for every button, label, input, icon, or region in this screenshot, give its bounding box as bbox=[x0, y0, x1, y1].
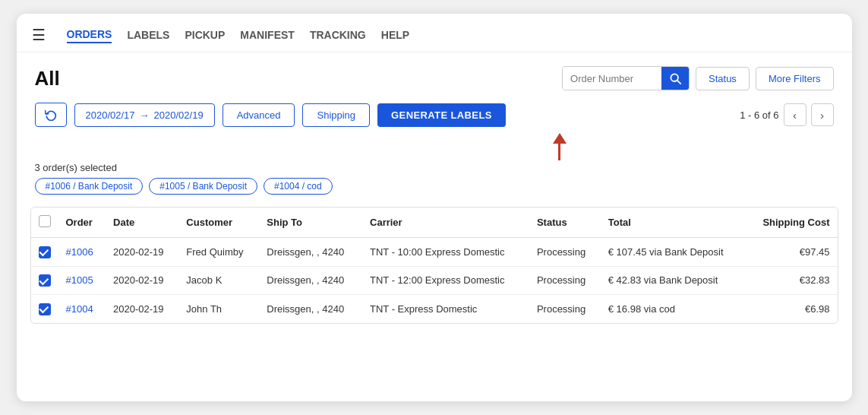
date-range-button[interactable]: 2020/02/17 → 2020/02/19 bbox=[74, 103, 215, 127]
chip-1006[interactable]: #1006 / Bank Deposit bbox=[35, 178, 144, 195]
table-row: #1006 2020-02-19 Fred Quimby Dreissgen, … bbox=[31, 238, 838, 267]
nav-manifest[interactable]: MANIFEST bbox=[240, 27, 295, 43]
row2-checkbox-cell bbox=[31, 266, 58, 295]
row2-checkbox[interactable] bbox=[39, 274, 51, 287]
col-customer: Customer bbox=[178, 208, 259, 238]
advanced-button[interactable]: Advanced bbox=[223, 103, 295, 127]
pagination-text: 1 - 6 of 6 bbox=[740, 109, 778, 121]
chip-1005[interactable]: #1005 / Bank Deposit bbox=[149, 178, 257, 195]
row2-order-link[interactable]: #1005 bbox=[66, 274, 93, 286]
row1-checkbox-cell bbox=[31, 238, 58, 267]
chips-row: #1006 / Bank Deposit #1005 / Bank Deposi… bbox=[35, 178, 834, 195]
col-date: Date bbox=[106, 208, 178, 238]
col-shipping-cost: Shipping Cost bbox=[746, 208, 837, 238]
row1-order-link[interactable]: #1006 bbox=[66, 246, 93, 258]
page-header: All Status More Filters bbox=[17, 52, 852, 98]
row3-status: Processing bbox=[529, 295, 601, 323]
row1-checkbox[interactable] bbox=[39, 246, 51, 258]
col-order: Order bbox=[58, 208, 106, 238]
date-arrow-icon: → bbox=[140, 109, 150, 121]
row1-status: Processing bbox=[529, 238, 601, 267]
row1-date: 2020-02-19 bbox=[106, 238, 178, 267]
selected-count-label: 3 order(s) selected bbox=[35, 162, 834, 173]
refresh-button[interactable] bbox=[35, 103, 67, 127]
main-card: ☰ ORDERS LABELS PICKUP MANIFEST TRACKING… bbox=[17, 14, 852, 401]
row2-customer: Jacob K bbox=[178, 266, 259, 295]
prev-page-button[interactable]: ‹ bbox=[784, 103, 806, 126]
row3-customer: John Th bbox=[178, 295, 259, 323]
arrow-shaft bbox=[558, 144, 560, 160]
row3-order: #1004 bbox=[58, 295, 106, 323]
row2-order: #1005 bbox=[58, 266, 106, 295]
toolbar-row: 2020/02/17 → 2020/02/19 Advanced Shippin… bbox=[17, 98, 852, 133]
header-checkbox-cell bbox=[31, 208, 58, 238]
order-number-input-wrap bbox=[562, 66, 690, 90]
table-row: #1005 2020-02-19 Jacob K Dreissgen, , 42… bbox=[31, 266, 838, 295]
row2-status: Processing bbox=[529, 266, 601, 295]
filter-group: Status More Filters bbox=[562, 66, 833, 90]
row2-carrier: TNT - 12:00 Express Domestic bbox=[362, 266, 529, 295]
row1-order: #1006 bbox=[58, 238, 106, 267]
col-carrier: Carrier bbox=[362, 208, 529, 238]
date-to: 2020/02/19 bbox=[154, 109, 204, 121]
row1-customer: Fred Quimby bbox=[178, 238, 259, 267]
row3-carrier: TNT - Express Domestic bbox=[362, 295, 529, 323]
orders-table-wrap: Order Date Customer Ship To Carrier Stat… bbox=[30, 207, 838, 324]
search-icon bbox=[669, 72, 681, 84]
date-from: 2020/02/17 bbox=[86, 109, 135, 121]
row3-total: € 16.98 via cod bbox=[601, 295, 746, 323]
row2-total: € 42.83 via Bank Deposit bbox=[601, 266, 746, 295]
row1-total: € 107.45 via Bank Deposit bbox=[601, 238, 746, 267]
row2-shipping-cost: €32.83 bbox=[746, 266, 837, 295]
row3-shipping-cost: €6.98 bbox=[746, 295, 837, 323]
arrow-head bbox=[553, 133, 567, 144]
table-header-row: Order Date Customer Ship To Carrier Stat… bbox=[31, 208, 838, 238]
row2-date: 2020-02-19 bbox=[106, 266, 178, 295]
table-row: #1004 2020-02-19 John Th Dreissgen, , 42… bbox=[31, 295, 838, 323]
next-page-button[interactable]: › bbox=[811, 103, 834, 126]
hamburger-icon[interactable]: ☰ bbox=[32, 26, 46, 44]
nav-orders[interactable]: ORDERS bbox=[67, 27, 112, 43]
row3-shipto: Dreissgen, , 4240 bbox=[259, 295, 362, 323]
red-arrow-annotation bbox=[553, 133, 567, 160]
col-shipto: Ship To bbox=[259, 208, 362, 238]
svg-point-0 bbox=[671, 74, 678, 81]
select-all-checkbox[interactable] bbox=[39, 215, 51, 227]
row2-shipto: Dreissgen, , 4240 bbox=[259, 266, 362, 295]
row1-shipping-cost: €97.45 bbox=[746, 238, 837, 267]
order-number-input[interactable] bbox=[563, 68, 661, 90]
refresh-icon bbox=[45, 109, 57, 121]
row3-order-link[interactable]: #1004 bbox=[66, 303, 93, 315]
row1-carrier: TNT - 10:00 Express Domestic bbox=[362, 238, 529, 267]
row3-checkbox-cell bbox=[31, 295, 58, 323]
search-button[interactable] bbox=[661, 67, 689, 90]
pagination-info: 1 - 6 of 6 ‹ › bbox=[740, 103, 833, 126]
page-title: All bbox=[35, 67, 554, 90]
nav-help[interactable]: HELP bbox=[381, 27, 409, 43]
nav-pickup[interactable]: PICKUP bbox=[185, 27, 225, 43]
col-total: Total bbox=[601, 208, 746, 238]
generate-labels-button[interactable]: GENERATE LABELS bbox=[377, 103, 506, 127]
row3-checkbox[interactable] bbox=[39, 303, 51, 315]
more-filters-button[interactable]: More Filters bbox=[756, 67, 834, 90]
svg-line-1 bbox=[677, 81, 680, 84]
shipping-button[interactable]: Shipping bbox=[302, 103, 370, 127]
nav-tracking[interactable]: TRACKING bbox=[310, 27, 366, 43]
nav-labels[interactable]: LABELS bbox=[127, 27, 169, 43]
col-status: Status bbox=[529, 208, 601, 238]
status-filter-button[interactable]: Status bbox=[696, 67, 750, 90]
orders-table: Order Date Customer Ship To Carrier Stat… bbox=[31, 208, 838, 323]
row1-shipto: Dreissgen, , 4240 bbox=[259, 238, 362, 267]
selected-orders-row: 3 order(s) selected #1006 / Bank Deposit… bbox=[17, 156, 852, 199]
arrow-annotation-row bbox=[17, 133, 852, 156]
nav-bar: ☰ ORDERS LABELS PICKUP MANIFEST TRACKING… bbox=[17, 14, 852, 52]
row3-date: 2020-02-19 bbox=[106, 295, 178, 323]
chip-1004[interactable]: #1004 / cod bbox=[264, 178, 333, 195]
